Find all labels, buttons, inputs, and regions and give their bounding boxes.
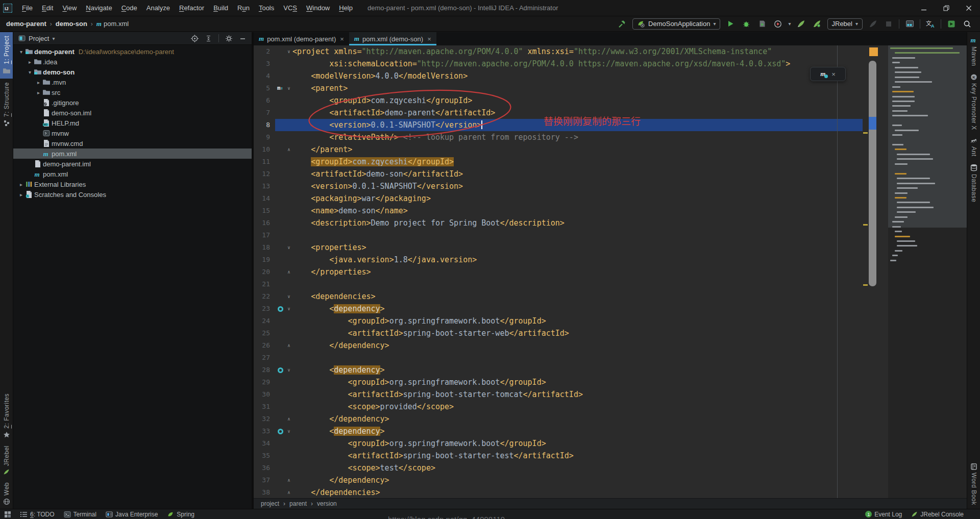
tool-window-switcher-icon[interactable] xyxy=(4,511,11,518)
minimize-button[interactable] xyxy=(913,0,935,16)
code-text[interactable]: <groupId>com.zqyceshi</groupId> xyxy=(292,94,863,107)
dependency-gutter-icon[interactable] xyxy=(275,303,285,315)
toolwin-button[interactable] xyxy=(904,18,915,30)
code-text[interactable]: <artifactId>demo-son</artifactId> xyxy=(292,168,863,180)
code-text[interactable] xyxy=(292,229,863,241)
code-line[interactable]: 3 xsi:schemaLocation="http://maven.apach… xyxy=(254,58,863,70)
tool-stripe-web[interactable]: Web xyxy=(0,479,13,509)
code-text[interactable] xyxy=(292,278,863,290)
code-line[interactable]: 36 <scope>test</scope> xyxy=(254,462,863,474)
statusbar-terminal[interactable]: Terminal xyxy=(64,511,96,518)
tree-item-.gitignore[interactable]: .gitignore xyxy=(13,97,252,108)
code-line[interactable]: 17 xyxy=(254,229,863,241)
close-icon[interactable]: × xyxy=(831,70,836,78)
code-text[interactable]: <dependency> xyxy=(292,425,863,437)
coverage-button[interactable] xyxy=(756,18,768,30)
code-text[interactable]: <dependency> xyxy=(292,364,863,376)
tree-item-pom.xml[interactable]: mpom.xml xyxy=(13,169,252,179)
tree-chevron-icon[interactable]: ▾ xyxy=(26,69,34,75)
code-line[interactable]: 9 <relativePath/> <!-- lookup parent fro… xyxy=(254,131,863,143)
code-text[interactable]: </dependency> xyxy=(292,413,863,425)
statusbar-jrebel-console[interactable]: JRebel Console xyxy=(911,511,964,518)
breadcrumb-segment[interactable]: demo-son xyxy=(56,20,87,28)
menu-analyze[interactable]: Analyze xyxy=(142,2,175,14)
menu-navigate[interactable]: Navigate xyxy=(81,2,116,14)
maven-import-popup[interactable]: m × xyxy=(810,67,846,81)
tree-chevron-icon[interactable]: ▸ xyxy=(26,59,34,65)
code-line[interactable]: 38∧ </dependencies> xyxy=(254,486,863,498)
tool-stripe-ant[interactable]: Ant xyxy=(967,133,980,160)
inspection-status-marker[interactable] xyxy=(869,47,878,56)
menu-help[interactable]: Help xyxy=(334,2,357,14)
fold-icon[interactable]: ∧ xyxy=(285,413,292,425)
menu-vcs[interactable]: VCS xyxy=(279,2,302,14)
fold-icon[interactable]: ∧ xyxy=(285,339,292,352)
tree-item-mvnw.cmd[interactable]: mvnw.cmd xyxy=(13,138,252,149)
code-text[interactable]: <description>Demo project for Spring Boo… xyxy=(292,217,863,229)
statusbar-event-log[interactable]: 1Event Log xyxy=(865,511,902,518)
menu-file[interactable]: File xyxy=(17,2,37,14)
scrollbar-thumb[interactable] xyxy=(869,61,876,286)
code-line[interactable]: 33∨ <dependency> xyxy=(254,425,863,437)
menu-view[interactable]: View xyxy=(58,2,81,14)
code-text[interactable]: <relativePath/> <!-- lookup parent from … xyxy=(292,131,863,143)
code-text[interactable]: <scope>provided</scope> xyxy=(292,401,863,413)
code-text[interactable]: <artifactId>spring-boot-starter-web</art… xyxy=(292,327,863,339)
dependency-gutter-icon[interactable] xyxy=(275,364,285,376)
code-line[interactable]: 26∧ </dependency> xyxy=(254,339,863,352)
editor-scrollbar-strip[interactable] xyxy=(863,45,888,498)
code-text[interactable]: </properties> xyxy=(292,266,863,278)
tool-stripe-2-favorites[interactable]: 2: Favorites xyxy=(0,390,13,442)
profiler-button[interactable] xyxy=(772,18,783,30)
code-text[interactable] xyxy=(292,352,863,364)
code-line[interactable]: 35 <artifactId>spring-boot-starter-test<… xyxy=(254,450,863,462)
tree-chevron-icon[interactable]: ▾ xyxy=(17,49,25,55)
code-text[interactable]: <groupId>org.springframework.boot</group… xyxy=(292,376,863,388)
tree-item-demo-parent.iml[interactable]: demo-parent.iml xyxy=(13,159,252,169)
code-text[interactable]: <packaging>war</packaging> xyxy=(292,192,863,205)
tree-item-pom.xml[interactable]: mpom.xml xyxy=(13,149,252,159)
fold-icon[interactable]: ∧ xyxy=(285,143,292,156)
tool-stripe-database[interactable]: Database xyxy=(967,160,980,206)
fold-icon[interactable]: ∨ xyxy=(285,364,292,376)
editor-tab[interactable]: mpom.xml (demo-son)× xyxy=(349,32,436,45)
tree-item-.mvn[interactable]: ▸.mvn xyxy=(13,77,252,87)
chevron-down-icon[interactable]: ▾ xyxy=(788,21,791,27)
code-text[interactable]: </dependency> xyxy=(292,339,863,352)
code-line[interactable]: 29 <groupId>org.springframework.boot</gr… xyxy=(254,376,863,388)
tree-chevron-icon[interactable]: ▸ xyxy=(35,80,42,85)
code-text[interactable]: <groupId>com.zqyceshi</groupId> xyxy=(292,156,863,168)
code-line[interactable]: 14 <packaging>war</packaging> xyxy=(254,192,863,205)
code-text[interactable]: <dependencies> xyxy=(292,290,863,303)
code-line[interactable]: 11 <groupId>com.zqyceshi</groupId> xyxy=(254,156,863,168)
editor-breadcrumb-parent[interactable]: parent xyxy=(289,500,307,507)
restore-button[interactable] xyxy=(935,0,958,16)
editor-breadcrumb-project[interactable]: project xyxy=(261,500,279,507)
code-line[interactable]: 24 <groupId>org.springframework.boot</gr… xyxy=(254,315,863,327)
fold-icon[interactable]: ∨ xyxy=(285,290,292,303)
close-button[interactable] xyxy=(958,0,980,16)
menu-edit[interactable]: Edit xyxy=(37,2,58,14)
code-text[interactable]: <artifactId>spring-boot-starter-tomcat</… xyxy=(292,388,863,401)
code-line[interactable]: 32∧ </dependency> xyxy=(254,413,863,425)
code-text[interactable]: xsi:schemaLocation="http://maven.apache.… xyxy=(292,58,863,70)
tree-item-external-libraries[interactable]: ▸External Libraries xyxy=(13,179,252,189)
maven-icon[interactable]: m xyxy=(820,70,825,78)
close-tab-icon[interactable]: × xyxy=(340,35,344,43)
code-line[interactable]: 30 <artifactId>spring-boot-starter-tomca… xyxy=(254,388,863,401)
maven-parent-gutter-icon[interactable]: m↑ xyxy=(275,82,285,94)
tree-item-mvnw[interactable]: mvnw xyxy=(13,128,252,138)
code-text[interactable]: <artifactId>spring-boot-starter-test</ar… xyxy=(292,450,863,462)
editor-breadcrumb-version[interactable]: version xyxy=(317,500,337,507)
code-line[interactable]: 18∨ <properties> xyxy=(254,241,863,254)
debug-button[interactable] xyxy=(741,18,752,30)
collapse-all-icon[interactable] xyxy=(205,35,212,42)
tool-stripe-maven[interactable]: mMaven xyxy=(967,32,980,70)
fold-icon[interactable]: ∨ xyxy=(285,425,292,437)
tool-stripe-7-structure[interactable]: 7: Structure xyxy=(0,79,13,130)
fold-icon[interactable]: ∧ xyxy=(285,486,292,498)
menu-window[interactable]: Window xyxy=(302,2,334,14)
code-line[interactable]: 25 <artifactId>spring-boot-starter-web</… xyxy=(254,327,863,339)
code-text[interactable]: <name>demo-son</name> xyxy=(292,205,863,217)
stripe-mark[interactable] xyxy=(863,132,868,134)
